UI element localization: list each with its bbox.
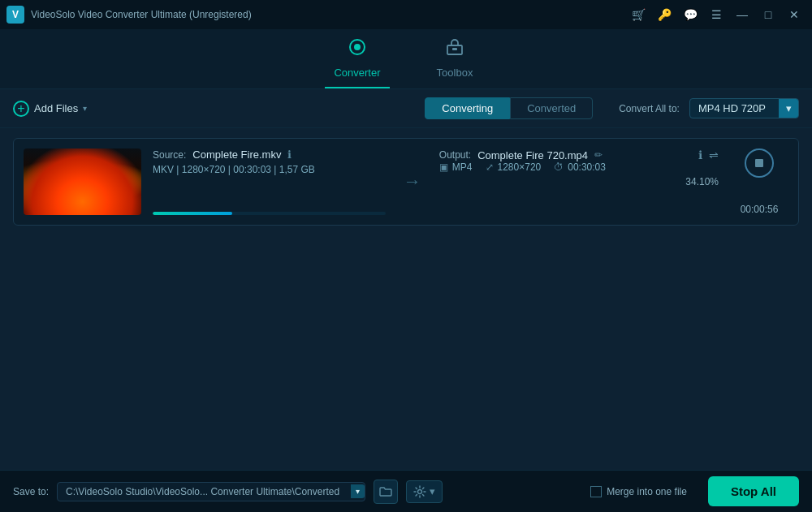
file-meta: MKV | 1280×720 | 00:30:03 | 1,57 GB (153, 164, 386, 175)
file-card: Source: Complete Fire.mkv ℹ MKV | 1280×7… (13, 138, 799, 226)
format-dropdown-arrow: ▾ (779, 99, 798, 118)
menu-icon[interactable]: ☰ (705, 3, 728, 26)
key-icon[interactable]: 🔑 (653, 3, 676, 26)
titlebar: V VideoSolo Video Converter Ultimate (Un… (0, 0, 812, 29)
toolbox-icon (445, 37, 464, 62)
progress-percent: 34.10% (439, 176, 719, 187)
progress-bar-fill (153, 212, 232, 215)
window-controls: 🛒 🔑 💬 ☰ — □ ✕ (627, 3, 806, 26)
source-label: Source: (153, 149, 186, 161)
save-path-text: C:\VideoSolo Studio\VideoSolo... Convert… (66, 486, 339, 497)
add-files-button[interactable]: + Add Files ▾ (13, 101, 87, 117)
output-info: Output: Complete Fire 720.mp4 ✏ ℹ ⇌ ▣ MP… (439, 148, 719, 215)
save-to-label: Save to: (13, 486, 49, 497)
add-files-label: Add Files (34, 102, 78, 114)
card-stop-area: 00:00:56 (730, 148, 788, 215)
svg-point-5 (418, 489, 422, 493)
bottom-bar: Save to: C:\VideoSolo Studio\VideoSolo..… (0, 470, 812, 512)
cart-icon[interactable]: 🛒 (627, 3, 650, 26)
output-actions: ℹ ⇌ (698, 148, 719, 161)
close-button[interactable]: ✕ (783, 3, 806, 26)
resolution-value: 1280×720 (498, 161, 542, 173)
format-meta: ▣ MP4 (439, 161, 473, 173)
output-label: Output: (439, 149, 471, 161)
sub-tab-converting[interactable]: Converting (425, 97, 510, 119)
folder-icon-button[interactable] (374, 480, 398, 504)
svg-rect-4 (755, 159, 763, 167)
file-thumbnail (24, 148, 141, 215)
format-label: MP4 HD 720P (698, 102, 766, 114)
app-title: VideoSolo Video Converter Ultimate (Unre… (31, 9, 627, 20)
merge-checkbox-area: Merge into one file (590, 486, 687, 497)
format-value: MP4 (452, 161, 473, 173)
info-output-icon[interactable]: ℹ (698, 148, 702, 161)
convert-arrow: → (397, 148, 428, 215)
toolbar: + Add Files ▾ Converting Converted Conve… (0, 89, 812, 128)
source-row: Source: Complete Fire.mkv ℹ (153, 148, 386, 161)
tab-toolbox[interactable]: Toolbox (422, 37, 487, 88)
format-icon: ▣ (439, 161, 448, 173)
app-logo: V (6, 6, 24, 24)
toolbox-tab-label: Toolbox (437, 67, 473, 79)
progress-bar (153, 212, 386, 215)
resolution-icon: ⤢ (486, 161, 494, 173)
clock-icon: ⏱ (554, 161, 564, 173)
add-files-dropdown-arrow: ▾ (83, 104, 87, 113)
source-name: Complete Fire.mkv (192, 148, 281, 161)
save-path-box[interactable]: C:\VideoSolo Studio\VideoSolo... Convert… (57, 482, 365, 501)
format-select[interactable]: MP4 HD 720P ▾ (689, 98, 799, 118)
path-dropdown-arrow: ▾ (351, 484, 365, 498)
converter-icon (348, 37, 367, 62)
output-meta-row: ▣ MP4 ⤢ 1280×720 ⏱ 00:30:03 (439, 161, 719, 173)
time-elapsed: 00:00:56 (741, 204, 779, 215)
nav-tabs: Converter Toolbox (0, 29, 812, 89)
minimize-button[interactable]: — (731, 3, 754, 26)
tab-converter[interactable]: Converter (325, 37, 390, 88)
duration-value: 00:30:03 (568, 161, 606, 173)
settings-dropdown-arrow: ▾ (430, 485, 435, 497)
merge-checkbox[interactable] (590, 486, 602, 497)
merge-label: Merge into one file (607, 486, 687, 497)
sub-tab-converted[interactable]: Converted (510, 97, 593, 119)
settings-output-icon[interactable]: ⇌ (709, 148, 719, 161)
converter-tab-label: Converter (334, 67, 380, 79)
svg-rect-3 (452, 48, 457, 50)
info-icon[interactable]: ℹ (287, 148, 292, 161)
stop-all-button[interactable]: Stop All (708, 476, 799, 506)
file-info: Source: Complete Fire.mkv ℹ MKV | 1280×7… (153, 148, 386, 215)
maximize-button[interactable]: □ (757, 3, 780, 26)
chat-icon[interactable]: 💬 (679, 3, 702, 26)
svg-point-1 (354, 44, 361, 50)
stop-circle-button[interactable] (745, 148, 774, 178)
add-icon: + (13, 101, 29, 117)
output-name: Complete Fire 720.mp4 (477, 149, 588, 161)
sub-tabs: Converting Converted (425, 97, 593, 119)
main-content: Source: Complete Fire.mkv ℹ MKV | 1280×7… (0, 128, 812, 470)
resolution-meta: ⤢ 1280×720 (486, 161, 542, 173)
duration-meta: ⏱ 00:30:03 (554, 161, 606, 173)
output-row: Output: Complete Fire 720.mp4 ✏ ℹ ⇌ (439, 148, 719, 161)
settings-button[interactable]: ▾ (406, 480, 443, 503)
convert-all-label: Convert All to: (619, 103, 680, 114)
edit-icon[interactable]: ✏ (594, 149, 603, 161)
